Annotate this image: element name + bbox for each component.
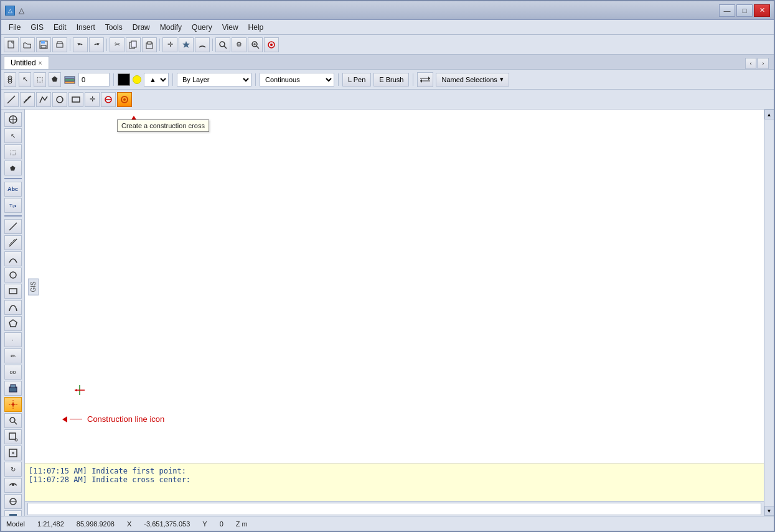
menu-view[interactable]: View — [217, 22, 243, 33]
scroll-down-button[interactable]: ▼ — [764, 506, 774, 516]
layer-number-input[interactable] — [78, 73, 110, 86]
draw-rect-btn[interactable] — [68, 92, 83, 107]
move-button[interactable]: ✛ — [162, 37, 177, 52]
menu-gis[interactable]: GIS — [26, 22, 49, 33]
menu-file[interactable]: File — [4, 22, 26, 33]
sidebar-link-btn[interactable] — [4, 494, 22, 509]
sidebar-line-btn[interactable] — [4, 219, 22, 234]
linetype-select[interactable]: By Layer — [177, 73, 251, 86]
status-z-value: 0 — [220, 520, 223, 528]
sidebar-block-btn[interactable] — [4, 381, 22, 396]
prop-sep5 — [413, 73, 413, 86]
svg-point-53 — [10, 418, 15, 422]
sidebar-curve-btn[interactable] — [4, 300, 22, 315]
print-button[interactable] — [52, 37, 67, 52]
sidebar-zoom-window-btn[interactable] — [4, 429, 22, 444]
title-bar-left: △ △ — [5, 6, 24, 16]
sidebar-polygon-btn[interactable] — [4, 316, 22, 331]
sidebar-arc-btn[interactable] — [4, 251, 22, 266]
svg-rect-25 — [65, 82, 75, 83]
svg-line-32 — [24, 96, 30, 102]
sidebar-t83-btn[interactable]: T₈₃ — [4, 198, 22, 213]
pen-button[interactable]: L Pen — [342, 73, 371, 86]
sidebar-line2-btn[interactable] — [4, 235, 22, 250]
draw-circle-active-btn[interactable] — [117, 92, 132, 107]
minimize-button[interactable]: — — [719, 4, 735, 17]
named-sel-label: Named Selections — [441, 76, 497, 83]
menu-insert[interactable]: Insert — [72, 22, 100, 33]
menu-edit[interactable]: Edit — [49, 22, 72, 33]
tab-left-button[interactable]: ‹ — [745, 58, 756, 69]
linestyle-select[interactable]: Continuous — [260, 73, 334, 86]
new-button[interactable] — [4, 37, 19, 52]
svg-rect-2 — [41, 41, 45, 44]
select-arrow[interactable]: ↖ — [19, 72, 31, 87]
menu-query[interactable]: Query — [187, 22, 217, 33]
arc-button[interactable] — [195, 37, 210, 52]
select-poly-icon[interactable]: ⬟ — [49, 72, 61, 87]
sidebar-abc-btn[interactable]: Abc — [4, 182, 22, 197]
sidebar-sel-rect-btn[interactable]: ⬚ — [4, 144, 22, 159]
sidebar-zoom-pan-btn[interactable] — [4, 413, 22, 428]
select-rect-icon[interactable]: ⬚ — [34, 72, 46, 87]
maximize-button[interactable]: □ — [736, 4, 753, 17]
sidebar-sel-poly-btn[interactable]: ⬟ — [4, 161, 22, 175]
open-button[interactable] — [20, 37, 35, 52]
visibility-dot[interactable] — [133, 75, 141, 84]
sidebar-rect-btn[interactable] — [4, 284, 22, 299]
redo-button[interactable] — [89, 37, 104, 52]
sidebar-select-btn[interactable] — [4, 112, 22, 127]
layer-icon[interactable] — [4, 72, 16, 87]
menu-tools[interactable]: Tools — [100, 22, 128, 33]
linetype-arrows[interactable]: ▲▼ — [144, 73, 169, 86]
menu-draw[interactable]: Draw — [128, 22, 155, 33]
color-swatch[interactable] — [118, 73, 130, 86]
sidebar-point-btn[interactable]: · — [4, 332, 22, 347]
untitled-tab[interactable]: Untitled × — [4, 56, 49, 69]
svg-rect-34 — [72, 97, 80, 102]
toolbar-sep4 — [212, 39, 213, 51]
tab-right-button[interactable]: › — [758, 58, 769, 69]
scroll-up-button[interactable]: ▲ — [764, 110, 774, 119]
cut-button[interactable]: ✂ — [110, 37, 124, 52]
draw-circle-btn[interactable] — [52, 92, 67, 107]
menu-modify[interactable]: Modify — [155, 22, 187, 33]
named-selections-button[interactable]: Named Selections ▾ — [436, 73, 509, 86]
save-button[interactable] — [36, 37, 51, 52]
sidebar-pencil-btn[interactable]: ✏ — [4, 348, 22, 363]
draw-cross-btn[interactable]: ✛ — [85, 92, 100, 107]
tab-close-button[interactable]: × — [39, 60, 42, 67]
gis-tab[interactable]: GIS — [28, 278, 39, 295]
search-button[interactable] — [215, 37, 230, 52]
undo-button[interactable] — [73, 37, 88, 52]
sidebar-curve2-btn[interactable] — [4, 478, 22, 493]
sidebar-construct-btn[interactable] — [4, 397, 22, 412]
command-bar — [25, 501, 764, 516]
sidebar-rotate-btn[interactable]: ↻ — [4, 462, 22, 477]
paste-button[interactable] — [142, 37, 157, 52]
locate-button[interactable] — [264, 37, 279, 52]
draw-line-btn[interactable] — [4, 92, 19, 107]
menu-help[interactable]: Help — [243, 22, 269, 33]
sidebar-zoom-all-btn[interactable] — [4, 446, 22, 460]
sidebar-arrow-btn[interactable]: ↖ — [4, 128, 22, 143]
brush-button[interactable]: E Brush — [373, 73, 409, 86]
copy-button[interactable] — [126, 37, 141, 52]
transfer-icon[interactable] — [417, 72, 433, 87]
draw-polyline-btn[interactable] — [36, 92, 51, 107]
svg-point-45 — [10, 272, 16, 278]
sidebar-node-btn[interactable]: oo — [4, 365, 22, 380]
prop-sep3 — [255, 73, 256, 86]
sidebar-fill-btn[interactable] — [4, 510, 22, 516]
command-input[interactable] — [27, 503, 761, 515]
draw-toolbar: ✛ — [1, 90, 774, 110]
close-button[interactable]: ✕ — [754, 4, 770, 17]
svg-marker-11 — [182, 41, 190, 48]
draw-line2-btn[interactable] — [20, 92, 35, 107]
sidebar-circle-btn[interactable] — [4, 268, 22, 282]
settings-button[interactable]: ⚙ — [232, 37, 247, 52]
draw-eraser-btn[interactable] — [101, 92, 116, 107]
snap-button[interactable] — [179, 37, 194, 52]
drawing-canvas[interactable]: GIS Create a construction cross Con — [25, 110, 764, 464]
zoom-button[interactable] — [248, 37, 263, 52]
